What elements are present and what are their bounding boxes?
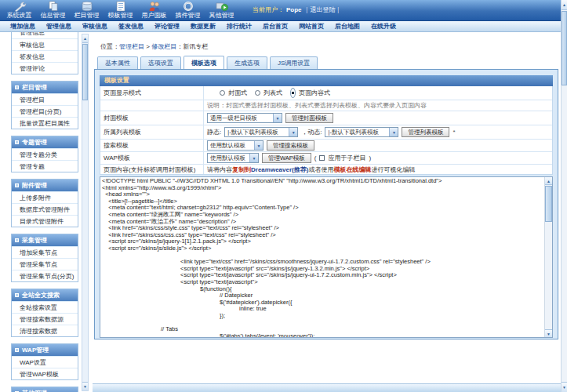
editor-scrollbar[interactable]: ▲ ▼ [544, 177, 552, 337]
radio-page-content-mode[interactable] [290, 88, 296, 98]
manage-list-template-button[interactable]: 管理列表模板 [402, 127, 449, 137]
toolbar-item-plugin-manage[interactable]: 插件管理 [172, 0, 204, 21]
empty-label [100, 100, 204, 111]
scroll-down-icon[interactable]: ▼ [82, 382, 88, 390]
breadcrumb-current: 新讯专栏 [183, 43, 208, 50]
manage-wap-template-button[interactable]: 管理WAP模板 [262, 153, 311, 163]
scrollbar-thumb[interactable] [545, 186, 552, 222]
nav-item-site-home[interactable]: 网站首页 [293, 22, 329, 31]
radio-list-mode[interactable] [255, 90, 260, 96]
logout-link[interactable]: ｜退出登陆｜ [304, 6, 342, 13]
sidebar-group-header-search[interactable]: 全站全文搜索 [12, 289, 78, 301]
sidebar-group-header-collect[interactable]: 采集管理 [12, 234, 78, 246]
sidebar-item-clean-search-data[interactable]: 清理搜索数据 [12, 325, 78, 336]
users-icon [138, 0, 170, 12]
toolbar-item-misc-manage[interactable]: 其他管理 [205, 0, 238, 21]
nav-item-comment-manage[interactable]: 评论管理 [149, 22, 185, 31]
page-content-textarea[interactable]: <!DOCTYPE html PUBLIC "-//W3C//DTD XHTML… [100, 177, 544, 337]
cover-template-select[interactable]: 通用一级栏目模板▼ [207, 113, 282, 123]
sidebar-item-manage-columns-paged[interactable]: 管理栏目(分页) [12, 105, 78, 117]
sidebar-group-header-attachments[interactable]: 附件管理 [12, 180, 78, 191]
sidebar-item-db-attachments[interactable]: 数据库式管理附件 [12, 203, 78, 215]
sidebar-group-header-columns[interactable]: 栏目管理 [12, 82, 78, 93]
nav-item-data-update[interactable]: 数据更新 [185, 22, 221, 31]
sidebar-item-topic-categories[interactable]: 管理专题分类 [12, 148, 78, 160]
chevron-down-icon: ▼ [289, 128, 297, 136]
page-scrollbar[interactable]: ▲ ▼ [561, 0, 567, 392]
apply-to-subcolumns-checkbox[interactable] [319, 155, 325, 161]
sidebar-item-sign-info[interactable]: 签发信息 [12, 50, 78, 62]
sidebar-item-batch-column-attrs[interactable]: 批量设置栏目属性 [12, 117, 78, 129]
sidebar-item-manage-info[interactable]: 管理信息 [12, 32, 78, 38]
sidebar-item-manage-wap-template[interactable]: 管理WAP模板 [12, 368, 78, 379]
sidebar-item-manage-collect-node[interactable]: 管理采集节点 [12, 258, 78, 270]
sidebar-item-dir-attachments[interactable]: 目录式管理附件 [12, 215, 78, 227]
nav-item-rank-stats[interactable]: 排行统计 [221, 22, 257, 31]
tab-template-options[interactable]: 模板选项 [184, 56, 224, 69]
plugin-icon [172, 0, 204, 12]
toolbar-item-label: 系统设置 [3, 12, 35, 20]
mode-hint-text: 说明：封面式要选择封面模板、列表式要选择列表模板、内容式要录入页面内容 [207, 101, 427, 110]
sidebar-group-header-wap[interactable]: WAP管理 [12, 344, 78, 356]
wap-template-select[interactable]: 使用默认模板▼ [207, 153, 259, 163]
misc-icon [205, 0, 238, 12]
manage-cover-template-button[interactable]: 管理封面模板 [285, 113, 333, 123]
sidebar-item-search-datasource[interactable]: 管理搜索数据源 [12, 313, 78, 325]
dynamic-list-template-select[interactable]: |-默认下载列表模板▼ [325, 127, 398, 137]
row-display-mode: 页面显示模式 封面式 列表式 页面内容式 [100, 86, 552, 100]
toolbar-item-user-panel[interactable]: 用户面板 [138, 0, 170, 21]
chevron-down-icon: ▼ [273, 114, 282, 122]
nav-item-admin-map[interactable]: 后台地图 [329, 22, 365, 31]
list-template-label: 所属列表模板 [100, 125, 204, 139]
tab-generate-options[interactable]: 生成选项 [227, 56, 267, 69]
toolbar-item-template-manage[interactable]: 模板管理 [104, 0, 136, 21]
sidebar-item-search-settings[interactable]: 全站搜索设置 [12, 301, 78, 313]
nav-item-audit-info[interactable]: 审核信息 [77, 22, 113, 31]
content-hint-online-editor-link[interactable]: 模板在线编辑 [333, 165, 371, 174]
sidebar-item-wap-settings[interactable]: WAP设置 [12, 356, 78, 368]
search-template-select[interactable]: 使用默认模板▼ [207, 140, 264, 151]
breadcrumb-link-manage-columns[interactable]: 管理栏目 [119, 43, 144, 50]
toolbar-item-system-settings[interactable]: 系统设置 [3, 0, 35, 21]
static-list-template-select[interactable]: |-默认下载列表模板▼ [224, 127, 298, 137]
tab-js-call-settings[interactable]: JS调用设置 [270, 56, 318, 69]
tab-option-settings[interactable]: 选项设置 [140, 56, 181, 69]
row-list-template: 所属列表模板 静态: |-默认下载列表模板▼ ，动态: |-默认下载列表模板▼ … [100, 125, 552, 139]
radio-label-list: 列表式 [264, 89, 282, 97]
sidebar-group-title: 附件管理 [22, 181, 47, 190]
apply-to-subcolumns-label: 应用于子栏目 [328, 154, 365, 162]
scroll-up-icon[interactable]: ▲ [82, 34, 88, 43]
scroll-down-icon[interactable]: ▼ [562, 382, 567, 392]
nav-item-online-upgrade[interactable]: 在线升级 [365, 22, 402, 31]
scrollbar-thumb[interactable] [82, 44, 88, 100]
sidebar-item-manage-topics[interactable]: 管理专题 [12, 160, 78, 172]
scroll-down-icon[interactable]: ▼ [545, 329, 552, 337]
tab-basic-attrs[interactable]: 基本属性 [97, 56, 138, 69]
breadcrumb-colon: ： [176, 43, 183, 50]
toolbar-item-info-manage[interactable]: 信息管理 [37, 0, 69, 21]
sidebar-item-manage-comments[interactable]: 管理评论 [12, 62, 78, 74]
sidebar-item-upload-multi[interactable]: 上传多附件 [12, 191, 78, 203]
sidebar: 管理信息 审核信息 签发信息 管理评论 栏目管理 管理栏目 管理栏目(分页) 批… [0, 32, 93, 392]
row-wap-template: WAP模板 使用默认模板▼ 管理WAP模板 ( 应用于子栏目 ) [100, 151, 552, 164]
nav-item-add-info[interactable]: 增加信息 [5, 22, 41, 31]
breadcrumb-link-edit-column[interactable]: 修改栏目 [151, 43, 176, 50]
toolbar-item-column-manage[interactable]: 栏目管理 [71, 0, 103, 21]
sidebar-item-manage-columns[interactable]: 管理栏目 [12, 93, 78, 105]
radio-cover-mode[interactable] [220, 90, 225, 96]
sidebar-item-manage-collect-node-paged[interactable]: 管理采集节点(分页) [12, 270, 78, 281]
sidebar-group-header-topics[interactable]: 专题管理 [12, 136, 78, 148]
secondary-navbar: 增加信息 管理信息 审核信息 签发信息 评论管理 数据更新 排行统计 后台首页 … [0, 21, 561, 32]
scrollbar-thumb[interactable] [562, 11, 567, 85]
sidebar-group-header-other[interactable]: 其他管理 [12, 387, 78, 392]
sidebar-item-add-collect-node[interactable]: 增加采集节点 [12, 246, 78, 258]
scroll-up-icon[interactable]: ▲ [545, 177, 552, 185]
nav-item-sign-info[interactable]: 签发信息 [113, 22, 149, 31]
sidebar-item-audit-info[interactable]: 审核信息 [12, 38, 78, 50]
manage-search-template-button[interactable]: 管理搜索模板 [267, 140, 314, 151]
scroll-up-icon[interactable]: ▲ [562, 0, 567, 10]
nav-item-manage-info[interactable]: 管理信息 [41, 22, 77, 31]
nav-item-admin-home[interactable]: 后台首页 [257, 22, 293, 31]
sidebar-scrollbar[interactable]: ▲ ▼ [82, 34, 89, 391]
sidebar-group-collect: 采集管理 增加采集节点 管理采集节点 管理采集节点(分页) [11, 234, 78, 282]
